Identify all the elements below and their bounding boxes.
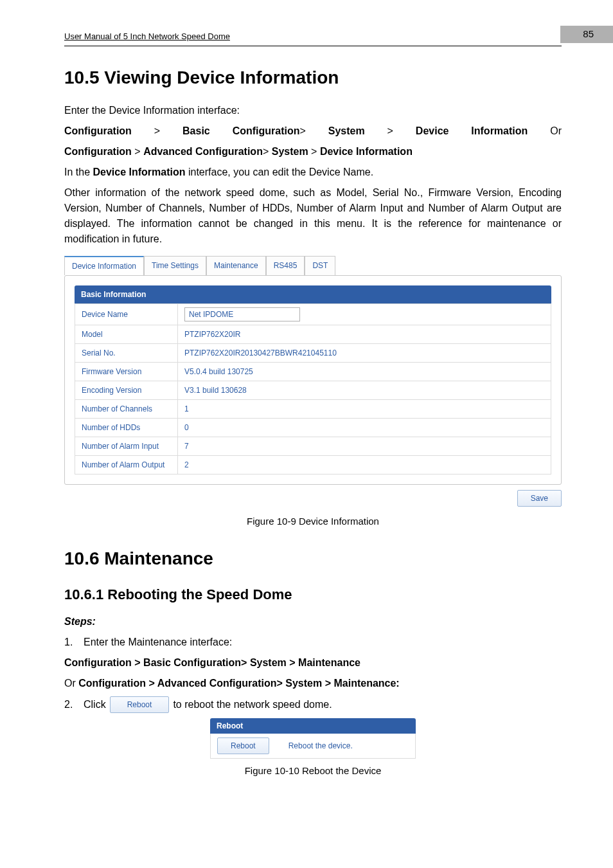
device-name-input[interactable]: Net IPDOME <box>184 307 300 321</box>
figure-10-9-caption: Figure 10-9 Device Information <box>64 514 562 529</box>
gt: > <box>134 146 140 157</box>
table-row: Number of HDDs 0 <box>75 418 551 437</box>
page-number: 85 <box>560 26 613 43</box>
path-configuration: Configuration <box>64 125 132 136</box>
path-device-information: Device Information <box>416 125 528 136</box>
firmware-value: V5.0.4 build 130725 <box>178 362 551 381</box>
table-row: Number of Alarm Output 2 <box>75 455 551 474</box>
gt: > <box>387 125 393 136</box>
save-row: Save <box>64 490 562 507</box>
step-2-text-b: to reboot the network speed dome. <box>173 697 332 712</box>
table-row: Encoding Version V3.1 build 130628 <box>75 381 551 399</box>
path-advanced-configuration: Advanced Configuration <box>143 146 263 157</box>
save-button[interactable]: Save <box>517 490 562 507</box>
basic-information-panel: Basic Information Device Name Net IPDOME… <box>64 275 562 485</box>
txt-a: In the <box>64 167 93 177</box>
reboot-button-inline[interactable]: Reboot <box>110 696 170 713</box>
section-10-5-heading: 10.5 Viewing Device Information <box>64 64 562 91</box>
edit-name-paragraph: In the Device Information interface, you… <box>64 165 562 180</box>
step-2: 2. Click Reboot to reboot the network sp… <box>64 696 562 713</box>
tab-rs485[interactable]: RS485 <box>266 256 305 275</box>
step-2-text-a: Click <box>84 697 106 712</box>
tab-maintenance[interactable]: Maintenance <box>206 256 266 275</box>
tab-dst[interactable]: DST <box>305 256 335 275</box>
section-10-6-1-heading: 10.6.1 Rebooting the Speed Dome <box>64 584 562 605</box>
tab-bar: Device Information Time Settings Mainten… <box>64 256 562 275</box>
table-row: Device Name Net IPDOME <box>75 303 551 325</box>
txt-b: Device Information <box>93 167 185 177</box>
header-title: User Manual of 5 Inch Network Speed Dome <box>64 30 230 43</box>
other-info-paragraph: Other information of the network speed d… <box>64 185 562 247</box>
reboot-panel-header: Reboot <box>210 718 416 734</box>
tab-time-settings[interactable]: Time Settings <box>144 256 206 275</box>
channels-label: Number of Channels <box>75 399 178 418</box>
encoding-label: Encoding Version <box>75 381 178 399</box>
gt: > <box>311 146 317 157</box>
table-row: Model PTZIP762X20IR <box>75 325 551 343</box>
hdds-label: Number of HDDs <box>75 418 178 437</box>
section-10-6-heading: 10.6 Maintenance <box>64 545 562 572</box>
steps-label: Steps: <box>64 614 562 629</box>
alarm-output-label: Number of Alarm Output <box>75 455 178 474</box>
gt: > <box>154 125 160 136</box>
figure-10-10-caption: Figure 10-10 Reboot the Device <box>64 764 562 779</box>
channels-value: 1 <box>178 399 551 418</box>
hdds-value: 0 <box>178 418 551 437</box>
alarm-input-label: Number of Alarm Input <box>75 437 178 455</box>
step-1-path-2-line: Or Configuration > Advanced Configuratio… <box>64 676 562 691</box>
step-2-number: 2. <box>64 697 80 712</box>
step-1-path-2: Configuration > Advanced Configuration> … <box>78 678 399 689</box>
path-system: System <box>328 125 365 136</box>
firmware-label: Firmware Version <box>75 362 178 381</box>
basic-information-table: Device Name Net IPDOME Model PTZIP762X20… <box>75 303 551 475</box>
model-label: Model <box>75 325 178 343</box>
serial-value: PTZIP762X20IR20130427BBWR421045110 <box>178 343 551 362</box>
table-row: Number of Alarm Input 7 <box>75 437 551 455</box>
page-header: User Manual of 5 Inch Network Speed Dome… <box>64 26 562 46</box>
step-1-path-1: Configuration > Basic Configuration> Sys… <box>64 655 562 671</box>
tab-device-information[interactable]: Device Information <box>64 256 144 275</box>
nav-path-2: Configuration > Advanced Configuration> … <box>64 144 562 159</box>
step-1-number: 1. <box>64 635 80 650</box>
reboot-button[interactable]: Reboot <box>217 737 269 754</box>
table-row: Firmware Version V5.0.4 build 130725 <box>75 362 551 381</box>
reboot-panel-body: Reboot Reboot the device. <box>210 734 416 759</box>
device-name-label: Device Name <box>75 303 178 325</box>
model-value: PTZIP762X20IR <box>178 325 551 343</box>
step-1: 1. Enter the Maintenance interface: Conf… <box>64 635 562 691</box>
gt: > <box>263 146 269 157</box>
serial-label: Serial No. <box>75 343 178 362</box>
txt-c: interface, you can edit the Device Name. <box>186 167 374 177</box>
device-name-cell: Net IPDOME <box>178 303 551 325</box>
path-basic-configuration: Basic Configuration <box>182 125 299 136</box>
path-device-information: Device Information <box>320 146 413 157</box>
intro-text: Enter the Device Information interface: <box>64 103 562 118</box>
or-text: Or <box>550 125 562 136</box>
basic-information-header: Basic Information <box>75 285 551 303</box>
path-system: System <box>272 146 308 157</box>
alarm-output-value: 2 <box>178 455 551 474</box>
or-text: Or <box>64 678 78 689</box>
path-configuration: Configuration <box>64 146 132 157</box>
table-row: Number of Channels 1 <box>75 399 551 418</box>
step-1-text: Enter the Maintenance interface: <box>84 635 232 650</box>
nav-path-1: Configuration > Basic Configuration> Sys… <box>64 123 562 139</box>
table-row: Serial No. PTZIP762X20IR20130427BBWR4210… <box>75 343 551 362</box>
encoding-value: V3.1 build 130628 <box>178 381 551 399</box>
reboot-description: Reboot the device. <box>289 740 353 752</box>
alarm-input-value: 7 <box>178 437 551 455</box>
gt: > <box>300 125 306 136</box>
